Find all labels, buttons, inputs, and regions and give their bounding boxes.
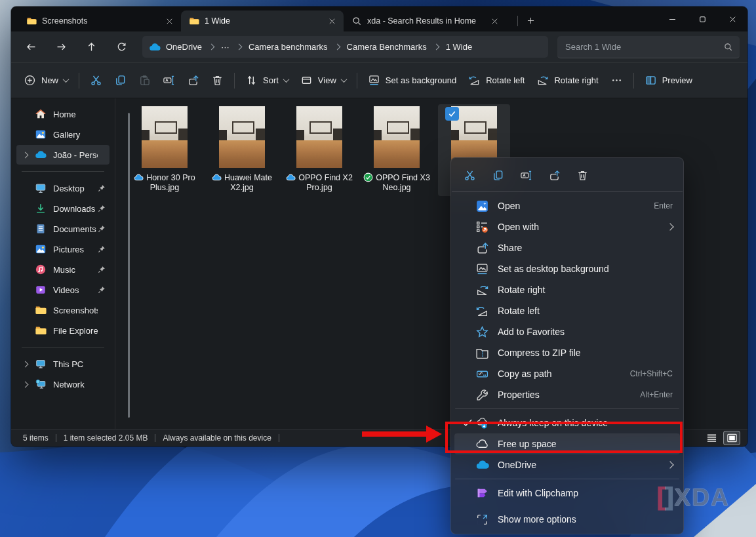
file-oppo-find-x2-pro[interactable]: OPPO Find X2 Pro.jpg [283, 104, 355, 197]
tab-1-wide[interactable]: 1 Wide [181, 10, 344, 31]
copy-button[interactable] [108, 69, 132, 92]
breadcrumb-onedrive[interactable]: OneDrive [149, 41, 221, 53]
rotate-right-button[interactable]: Rotate right [530, 69, 604, 92]
rename-icon [520, 169, 532, 182]
back-button[interactable] [20, 37, 41, 58]
up-icon [86, 41, 97, 52]
cut-button[interactable] [84, 69, 108, 92]
open-with-icon [475, 220, 489, 234]
sidebar-item-this-pc[interactable]: This PC [16, 354, 109, 374]
search-box[interactable] [557, 36, 740, 58]
menu-item-open[interactable]: Open Enter [454, 195, 680, 216]
sidebar-item-file-explorer-gui[interactable]: File Explorer gui [16, 321, 109, 340]
pictures-icon [35, 243, 47, 255]
sidebar-item-music[interactable]: Music [16, 260, 109, 279]
tab-search-results[interactable]: xda - Search Results in Home [344, 10, 506, 31]
file-honor-30-pro-plus[interactable]: Honor 30 Pro Plus.jpg [129, 104, 201, 197]
music-icon [35, 264, 47, 275]
rename-button[interactable] [157, 69, 181, 92]
rename-button[interactable] [513, 164, 538, 186]
pin-icon [98, 205, 106, 212]
expand-chevron-icon[interactable] [22, 361, 29, 367]
menu-item-copy-as-path[interactable]: Copy as path Ctrl+Shift+C [454, 363, 680, 384]
menu-item-rotate-right[interactable]: Rotate right [454, 279, 680, 300]
sidebar-item-videos[interactable]: Videos [16, 280, 109, 300]
sidebar-item-downloads[interactable]: Downloads [16, 199, 109, 218]
breadcrumb-camera-benchmarks[interactable]: Camera benchmarks [249, 42, 347, 52]
sort-button[interactable]: Sort [239, 69, 294, 92]
menu-item-properties[interactable]: Properties Alt+Enter [454, 384, 680, 405]
menu-item-open-with[interactable]: Open with [454, 216, 680, 237]
menu-item-rotate-left[interactable]: Rotate left [454, 300, 680, 321]
set-as-background-button[interactable]: Set as background [362, 69, 462, 92]
downloads-icon [35, 203, 47, 214]
tab-divider [517, 16, 518, 26]
more-options-button[interactable] [605, 69, 629, 92]
details-view-button[interactable] [704, 431, 719, 445]
sidebar-item-onedrive-personal[interactable]: João - Personal [16, 145, 109, 165]
new-button[interactable]: New [18, 69, 74, 92]
file-oppo-find-x3-neo[interactable]: OPPO Find X3 Neo.jpg [361, 104, 433, 197]
menu-item-edit-with-clipchamp[interactable]: Edit with Clipchamp [454, 483, 680, 504]
forward-button[interactable] [50, 37, 71, 58]
chevron-right-icon [235, 44, 242, 50]
clipchamp-icon [475, 487, 489, 500]
sidebar-item-network[interactable]: Network [16, 374, 109, 394]
cut-button[interactable] [457, 164, 482, 186]
sidebar-item-screenshots[interactable]: Screenshots [16, 300, 109, 320]
sidebar-item-desktop[interactable]: Desktop [16, 178, 109, 198]
minimize-button[interactable] [657, 7, 687, 31]
preview-button[interactable]: Preview [639, 69, 698, 92]
copy-button[interactable] [485, 164, 510, 186]
large-thumbnails-view-button[interactable] [724, 431, 740, 445]
tab-screenshots[interactable]: Screenshots [18, 10, 181, 31]
rotate-left-button[interactable]: Rotate left [462, 69, 530, 92]
menu-item-set-as-desktop-background[interactable]: Set as desktop background [454, 258, 680, 279]
new-tab-button[interactable] [522, 12, 539, 29]
menu-item-free-up-space[interactable]: Free up space [454, 433, 680, 454]
expand-chevron-icon[interactable] [22, 381, 29, 388]
sidebar-item-gallery[interactable]: Gallery [16, 125, 109, 144]
menu-item-always-keep-on-device[interactable]: Always keep on this device [454, 412, 680, 433]
check-small-icon [448, 109, 456, 118]
delete-button[interactable] [205, 69, 229, 92]
quick-actions-row [451, 162, 683, 188]
sidebar-scrollbar[interactable] [128, 113, 130, 418]
close-button[interactable] [717, 7, 747, 31]
sidebar-item-pictures[interactable]: Pictures [16, 239, 109, 259]
tab-close-button[interactable] [327, 16, 337, 26]
up-button[interactable] [81, 37, 102, 58]
paste-button[interactable] [132, 69, 157, 92]
breadcrumb-camera-benchmarks-2[interactable]: Camera Benchmarks [347, 42, 446, 52]
menu-item-show-more-options[interactable]: Show more options [454, 509, 680, 530]
delete-button[interactable] [570, 164, 595, 186]
maximize-icon [698, 14, 707, 24]
navigation-pane: Home Gallery João - Personal [11, 98, 115, 429]
menu-item-compress-to-zip[interactable]: Compress to ZIP file [454, 342, 680, 363]
menu-item-onedrive[interactable]: OneDrive [454, 454, 680, 475]
tab-close-button[interactable] [490, 16, 500, 26]
pin-icon [98, 225, 106, 233]
view-button[interactable]: View [294, 69, 352, 92]
refresh-button[interactable] [111, 37, 132, 58]
menu-item-share[interactable]: Share [454, 237, 680, 258]
menu-item-add-to-favorites[interactable]: Add to Favorites [454, 321, 680, 342]
photo-thumbnail [219, 106, 265, 168]
share-button[interactable] [542, 164, 567, 186]
selection-checkbox[interactable] [445, 107, 459, 121]
sidebar-item-home[interactable]: Home [16, 104, 109, 124]
properties-icon [475, 388, 489, 402]
close-icon [728, 14, 738, 24]
zip-icon [475, 346, 489, 360]
search-input[interactable] [564, 41, 723, 52]
tab-close-button[interactable] [165, 16, 174, 26]
command-toolbar: New [11, 62, 747, 98]
file-huawei-mate-x2[interactable]: Huawei Mate X2.jpg [206, 104, 278, 197]
sidebar-item-documents[interactable]: Documents [16, 219, 109, 239]
onedrive-icon [35, 149, 47, 161]
maximize-button[interactable] [687, 7, 717, 31]
expand-chevron-icon[interactable] [22, 151, 29, 158]
breadcrumb-ellipsis[interactable]: ··· [221, 42, 249, 52]
breadcrumb-1-wide[interactable]: 1 Wide [446, 42, 472, 52]
share-button[interactable] [181, 69, 205, 92]
